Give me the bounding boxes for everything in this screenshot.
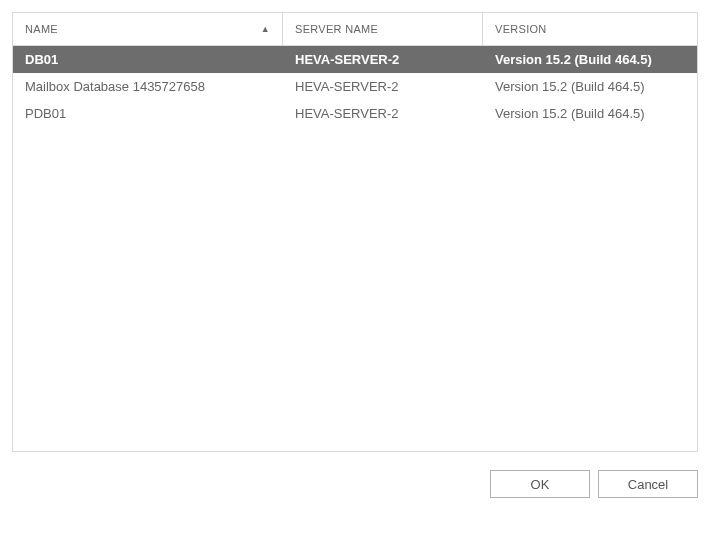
column-header-name-label: NAME: [25, 23, 58, 35]
column-header-version[interactable]: VERSION: [483, 13, 697, 45]
table-row[interactable]: DB01 HEVA-SERVER-2 Version 15.2 (Build 4…: [13, 46, 697, 73]
column-header-version-label: VERSION: [495, 23, 547, 35]
cell-server: HEVA-SERVER-2: [283, 46, 483, 73]
cell-name: DB01: [13, 46, 283, 73]
cell-server: HEVA-SERVER-2: [283, 100, 483, 127]
sort-asc-icon: ▲: [261, 24, 270, 34]
cell-server: HEVA-SERVER-2: [283, 73, 483, 100]
table-row[interactable]: Mailbox Database 1435727658 HEVA-SERVER-…: [13, 73, 697, 100]
column-header-name[interactable]: NAME ▲: [13, 13, 283, 45]
table-row[interactable]: PDB01 HEVA-SERVER-2 Version 15.2 (Build …: [13, 100, 697, 127]
table-body: DB01 HEVA-SERVER-2 Version 15.2 (Build 4…: [13, 46, 697, 127]
ok-button[interactable]: OK: [490, 470, 590, 498]
cell-name: PDB01: [13, 100, 283, 127]
cell-version: Version 15.2 (Build 464.5): [483, 73, 697, 100]
column-header-server[interactable]: SERVER NAME: [283, 13, 483, 45]
table-header: NAME ▲ SERVER NAME VERSION: [13, 13, 697, 46]
column-header-server-label: SERVER NAME: [295, 23, 378, 35]
cell-version: Version 15.2 (Build 464.5): [483, 46, 697, 73]
cell-version: Version 15.2 (Build 464.5): [483, 100, 697, 127]
button-bar: OK Cancel: [12, 470, 698, 498]
database-table-container: NAME ▲ SERVER NAME VERSION DB01 HEVA-SER…: [12, 12, 698, 452]
cancel-button[interactable]: Cancel: [598, 470, 698, 498]
cell-name: Mailbox Database 1435727658: [13, 73, 283, 100]
